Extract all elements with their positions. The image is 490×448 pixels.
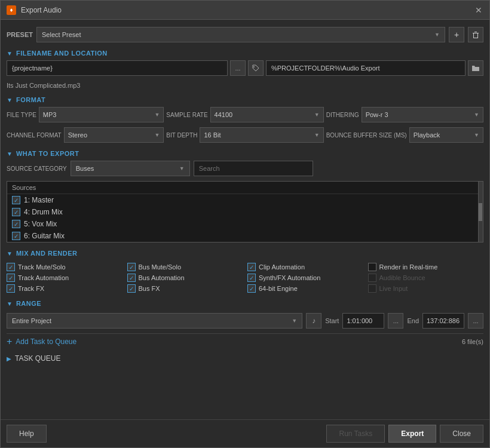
label-live-input: Live Input (379, 285, 408, 292)
svg-point-5 (253, 66, 255, 67)
dithering-col: DITHERING Pow-r 3 ▼ (326, 107, 483, 122)
checkbox-bus-mute-solo[interactable] (127, 263, 136, 271)
scrollbar-handle[interactable] (479, 203, 482, 221)
start-value: 1:01:000 (342, 313, 384, 329)
task-queue-section-title: TASK QUEUE (15, 354, 60, 363)
help-button[interactable]: Help (7, 425, 47, 443)
checkbox-track-fx[interactable] (7, 284, 15, 293)
list-item[interactable]: 5: Vox Mix (7, 218, 483, 230)
sources-search-input[interactable] (194, 161, 313, 176)
checkbox-synth-fx-automation[interactable] (247, 274, 256, 282)
format-row-1: FILE TYPE MP3 ▼ SAMPLE RATE 44100 ▼ DITH… (7, 107, 483, 122)
sample-rate-select[interactable]: 44100 ▼ (210, 107, 324, 122)
close-window-button[interactable]: ✕ (474, 5, 483, 15)
what-to-export-section-header[interactable]: ▼ WHAT TO EXPORT (7, 148, 483, 158)
bounce-buffer-label: BOUNCE BUFFER SIZE (MS) (326, 132, 407, 139)
add-preset-button[interactable]: + (449, 27, 464, 42)
list-item[interactable]: 4: Drum Mix (7, 206, 483, 218)
checkbox-live-input (368, 284, 376, 293)
plus-icon: + (7, 336, 12, 347)
filename-section-header[interactable]: ▼ FILENAME AND LOCATION (7, 47, 483, 58)
task-queue-section-header[interactable]: ▶ TASK QUEUE (7, 352, 483, 365)
mix-and-render-section-header[interactable]: ▼ MIX AND RENDER (7, 247, 483, 258)
format-section-header[interactable]: ▼ FORMAT (7, 94, 483, 105)
right-buttons: Run Tasks Export Close (326, 425, 483, 443)
range-select-chevron-icon: ▼ (292, 318, 297, 324)
export-path-input[interactable] (266, 60, 466, 76)
mix-item-bus-mute-solo: Bus Mute/Solo (127, 263, 243, 271)
source-checkbox-4[interactable] (12, 232, 20, 240)
range-music-button[interactable]: ♪ (306, 313, 321, 329)
what-to-export-section-title: WHAT TO EXPORT (16, 150, 79, 157)
range-chevron-icon: ▼ (7, 300, 13, 307)
svg-rect-1 (474, 32, 477, 32)
checkbox-64bit-engine[interactable] (247, 284, 256, 293)
preview-filename: Its Just Complicated.mp3 (7, 81, 483, 91)
bounce-buffer-select[interactable]: Playback ▼ (409, 127, 483, 143)
delete-preset-button[interactable] (468, 27, 483, 42)
channel-format-select[interactable]: Stereo ▼ (64, 127, 164, 143)
label-bus-fx: Bus FX (139, 285, 160, 292)
end-options-button[interactable]: ... (468, 313, 483, 329)
dithering-select[interactable]: Pow-r 3 ▼ (362, 107, 483, 122)
label-64bit-engine: 64-bit Engine (259, 285, 298, 292)
filename-input[interactable] (7, 60, 228, 76)
bounce-buffer-chevron-icon: ▼ (474, 132, 479, 138)
mix-item-64bit-engine: 64-bit Engine (247, 284, 363, 293)
end-value: 137:02:886 (422, 313, 464, 329)
add-task-button[interactable]: + Add Task to Queue (7, 336, 76, 347)
sources-scrollbar[interactable] (478, 182, 483, 242)
browse-folder-button[interactable] (468, 60, 483, 76)
export-audio-window: ♦ Export Audio ✕ PRESET Select Preset ▼ … (0, 0, 490, 448)
mix-item-track-fx: Track FX (7, 284, 122, 293)
bit-depth-select[interactable]: 16 Bit ▼ (200, 127, 323, 143)
filename-section-title: FILENAME AND LOCATION (16, 50, 108, 57)
svg-rect-4 (473, 38, 478, 38)
mix-item-track-automation: Track Automation (7, 274, 122, 282)
bounce-buffer-col: BOUNCE BUFFER SIZE (MS) Playback ▼ (326, 127, 483, 143)
source-category-select[interactable]: Buses ▼ (71, 161, 190, 176)
start-options-button[interactable]: ... (388, 313, 403, 329)
window-title: Export Audio (21, 6, 474, 14)
run-tasks-button[interactable]: Run Tasks (326, 425, 385, 443)
list-item[interactable]: 6: Guitar Mix (7, 230, 483, 242)
label-render-realtime: Render in Real-time (379, 263, 438, 271)
checkbox-bus-fx[interactable] (127, 284, 136, 293)
titlebar: ♦ Export Audio ✕ (1, 1, 489, 20)
source-name-4: 6: Guitar Mix (24, 232, 65, 240)
range-select[interactable]: Entire Project ▼ (7, 313, 302, 329)
end-label: End (407, 317, 419, 324)
start-label: Start (325, 317, 339, 324)
sample-rate-label: SAMPLE RATE (166, 112, 207, 118)
mix-item-bus-fx: Bus FX (127, 284, 243, 293)
checkbox-track-automation[interactable] (7, 274, 15, 282)
checkbox-track-mute-solo[interactable] (7, 263, 15, 271)
source-checkbox-3[interactable] (12, 220, 20, 228)
what-to-export-chevron-icon: ▼ (7, 151, 13, 157)
channel-format-chevron-icon: ▼ (154, 132, 160, 138)
range-section-header[interactable]: ▼ RANGE (7, 297, 483, 308)
format-section-title: FORMAT (16, 96, 45, 103)
checkbox-bus-automation[interactable] (127, 274, 136, 282)
format-row-2: CHANNEL FORMAT Stereo ▼ BIT DEPTH 16 Bit… (7, 127, 483, 143)
dithering-label: DITHERING (326, 112, 359, 118)
close-button[interactable]: Close (440, 425, 483, 443)
bit-depth-label: BIT DEPTH (166, 132, 197, 139)
file-type-select[interactable]: MP3 ▼ (39, 107, 164, 122)
source-checkbox-2[interactable] (12, 208, 20, 216)
mix-item-track-mute-solo: Track Mute/Solo (7, 263, 122, 271)
list-item[interactable]: 1: Master (7, 194, 483, 206)
preset-select[interactable]: Select Preset ▼ (36, 27, 445, 42)
source-checkbox-1[interactable] (12, 196, 20, 204)
filename-options-button[interactable]: ... (230, 60, 246, 76)
tag-button[interactable] (248, 60, 264, 76)
export-button[interactable]: Export (388, 425, 436, 443)
add-task-row: + Add Task to Queue 6 file(s) (7, 333, 483, 349)
label-clip-automation: Clip Automation (259, 263, 305, 271)
checkbox-clip-automation[interactable] (247, 263, 256, 271)
label-bus-mute-solo: Bus Mute/Solo (139, 263, 182, 271)
checkbox-render-realtime[interactable] (368, 263, 376, 271)
preset-chevron-icon: ▼ (434, 32, 440, 38)
app-icon: ♦ (7, 5, 16, 15)
task-queue-chevron-icon: ▶ (7, 355, 11, 362)
